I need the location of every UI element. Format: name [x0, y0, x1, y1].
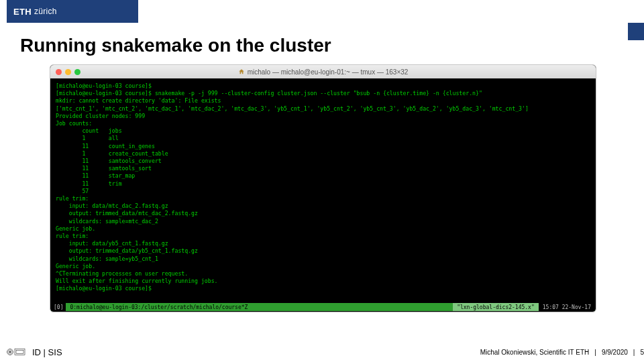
- terminal-line: 57: [56, 188, 590, 195]
- zoom-icon[interactable]: [74, 69, 80, 75]
- status-time: 15:07 22-Nov-17: [539, 303, 595, 311]
- brand-bar: ETH zürich: [7, 0, 138, 23]
- status-middle: 0:michalo@eu-login-03:/cluster/scratch/m…: [66, 303, 453, 311]
- terminal-line: output: trimmed_data/mtc_dac_2.fastq.gz: [56, 210, 590, 217]
- home-icon: [238, 68, 245, 75]
- terminal-line: wildcards: sample=mtc_dac_2: [56, 218, 590, 225]
- svg-rect-2: [16, 351, 23, 354]
- footer-sep-2: |: [633, 349, 635, 356]
- status-session: [0]: [51, 303, 66, 311]
- terminal-line: Generic job.: [56, 225, 590, 233]
- window-traffic-lights: [50, 69, 80, 75]
- footer-right: Michal Okoniewski, Scientific IT ETH | 9…: [480, 349, 644, 356]
- terminal-line: output: trimmed_data/yb5_cnt_1.fastq.gz: [56, 247, 590, 255]
- terminal-line: rule trim:: [56, 233, 590, 240]
- tmux-statusline: [0] 0:michalo@eu-login-03:/cluster/scrat…: [51, 303, 595, 311]
- terminal-line: rule trim:: [56, 195, 590, 202]
- close-icon[interactable]: [56, 69, 62, 75]
- slide: ETH zürich Running snakemake on the clus…: [0, 0, 644, 362]
- terminal-line: Provided cluster nodes: 999: [56, 113, 590, 120]
- window-titlebar: michalo — michalo@eu-login-01:~ — tmux —…: [50, 65, 596, 78]
- footer-author: Michal Okoniewski, Scientific IT ETH: [480, 349, 590, 356]
- minimize-icon[interactable]: [65, 69, 71, 75]
- accent-block: [628, 23, 644, 40]
- eth-seal-icon: [0, 347, 32, 357]
- terminal-line: mkdir: cannot create directory 'data': F…: [56, 97, 590, 105]
- terminal-line: 11 samtools_sort: [56, 165, 590, 172]
- terminal-line: 11 samtools_convert: [56, 158, 590, 165]
- slide-footer: ID | SIS Michal Okoniewski, Scientific I…: [0, 346, 644, 358]
- terminal-line: [michalo@eu-login-03 course]$: [56, 82, 590, 90]
- terminal-line: wildcards: sample=yb5_cnt_1: [56, 255, 590, 263]
- terminal-window: michalo — michalo@eu-login-01:~ — tmux —…: [50, 64, 596, 312]
- terminal-line: input: data/mtc_dac_2.fastq.gz: [56, 202, 590, 210]
- terminal-line: 11 star_map: [56, 172, 590, 180]
- window-title: michalo — michalo@eu-login-01:~ — tmux —…: [50, 68, 596, 76]
- terminal-line: [michalo@eu-login-03 course]$ snakemake …: [56, 90, 590, 97]
- terminal-line: 1 create_count_table: [56, 150, 590, 158]
- terminal-line: 11 trim: [56, 180, 590, 188]
- terminal-line: [michalo@eu-login-03 course]$: [56, 285, 590, 292]
- terminal-output[interactable]: [michalo@eu-login-03 course]$[michalo@eu…: [50, 78, 596, 298]
- terminal-line: input: data/yb5_cnt_1.fastq.gz: [56, 240, 590, 247]
- window-title-text: michalo — michalo@eu-login-01:~ — tmux —…: [248, 68, 409, 76]
- footer-sep-1: |: [594, 349, 596, 356]
- terminal-line: 11 count_in_genes: [56, 143, 590, 150]
- terminal-line: ['mtc_cnt_1', 'mtc_cnt_2', 'mtc_dac_1', …: [56, 105, 590, 113]
- footer-left: ID | SIS: [32, 347, 62, 357]
- terminal-line: ^CTerminating processes on user request.: [56, 270, 590, 278]
- footer-page: 5: [640, 349, 644, 356]
- terminal-line: Job counts:: [56, 120, 590, 127]
- terminal-line: count jobs: [56, 127, 590, 135]
- page-title: Running snakemake on the cluster: [20, 35, 331, 56]
- terminal-line: Will exit after finishing currently runn…: [56, 278, 590, 285]
- terminal-line: 1 all: [56, 135, 590, 142]
- terminal-line: Generic job.: [56, 263, 590, 270]
- brand-zurich: zürich: [34, 7, 57, 16]
- footer-date: 9/9/2020: [602, 349, 628, 356]
- brand-eth: ETH: [13, 7, 32, 17]
- status-host: "lxn-global-dics2-145.x": [453, 303, 539, 311]
